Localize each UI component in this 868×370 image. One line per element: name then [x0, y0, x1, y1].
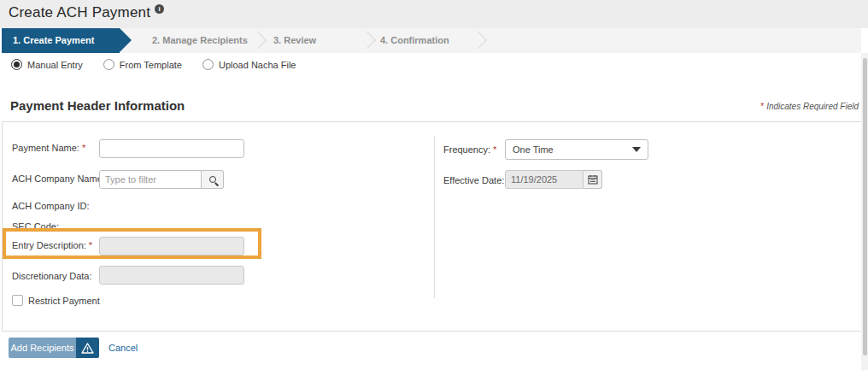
ach-company-id-label: ACH Company ID: [12, 201, 89, 211]
calendar-icon [588, 174, 598, 185]
step-confirmation[interactable]: 4. Confirmation [380, 28, 449, 53]
radio-upload-nacha[interactable]: Upload Nacha File [202, 59, 296, 70]
radio-upload-nacha-label: Upload Nacha File [219, 60, 296, 70]
wizard-stepper: 1. Create Payment 2. Manage Recipients 3… [2, 28, 861, 53]
payment-header-panel: Payment Name:* ACH Company Name:* ACH Co… [2, 121, 862, 332]
step-create-payment-label: 1. Create Payment [13, 35, 94, 45]
payment-name-label-text: Payment Name: [12, 143, 79, 153]
chevron-down-icon [632, 147, 641, 152]
chevron-right-icon [470, 32, 487, 49]
entry-description-label: Entry Description:* [12, 240, 92, 250]
search-icon [209, 176, 216, 183]
restrict-payment-checkbox[interactable] [12, 295, 23, 306]
required-field-note: *Indicates Required Field [760, 102, 859, 111]
entry-description-label-text: Entry Description: [12, 240, 86, 250]
vertical-scrollbar[interactable] [861, 53, 868, 370]
ach-company-name-input[interactable] [99, 170, 202, 189]
step-review[interactable]: 3. Review [273, 28, 316, 53]
radio-manual-entry[interactable]: Manual Entry [11, 59, 83, 70]
ach-company-name-label-text: ACH Company Name: [12, 173, 105, 184]
column-divider [434, 136, 435, 298]
radio-from-template[interactable]: From Template [103, 59, 182, 70]
step-manage-recipients[interactable]: 2. Manage Recipients [152, 28, 248, 53]
add-recipients-button[interactable]: Add Recipients [9, 338, 76, 358]
frequency-select[interactable]: One Time [505, 139, 648, 160]
page-title-text: Create ACH Payment [9, 4, 150, 21]
frequency-required-asterisk: * [493, 144, 496, 155]
scrollbar-thumb[interactable] [863, 58, 867, 355]
entry-description-required-asterisk: * [89, 240, 92, 250]
effective-date-input[interactable] [505, 170, 584, 189]
warning-icon [81, 343, 94, 354]
ach-company-name-group [99, 170, 224, 189]
info-icon[interactable]: i [155, 4, 164, 14]
step-create-payment[interactable]: 1. Create Payment [2, 28, 120, 53]
effective-date-group [505, 170, 602, 189]
calendar-button[interactable] [584, 170, 602, 189]
chevron-right-icon [359, 32, 376, 49]
restrict-payment-label: Restrict Payment [28, 296, 100, 306]
effective-date-label-text: Effective Date: [443, 175, 504, 185]
add-recipients-warning-button[interactable] [76, 338, 99, 358]
frequency-selected-value: One Time [513, 144, 554, 155]
radio-unselected-icon [103, 59, 114, 70]
cancel-link[interactable]: Cancel [108, 343, 138, 353]
section-title: Payment Header Information [10, 98, 185, 113]
payment-name-label: Payment Name:* [12, 143, 85, 153]
required-note-text: Indicates Required Field [766, 102, 859, 111]
radio-unselected-icon [202, 59, 214, 70]
frequency-label-text: Frequency: [443, 144, 490, 155]
discretionary-data-label: Discretionary Data: [12, 271, 92, 281]
discretionary-data-input[interactable] [99, 266, 244, 285]
radio-manual-entry-label: Manual Entry [27, 60, 83, 70]
entry-description-input[interactable] [99, 237, 244, 255]
entry-mode-radio-group: Manual Entry From Template Upload Nacha … [11, 59, 296, 70]
search-button[interactable] [202, 170, 224, 189]
sec-code-label: SEC Code: [12, 221, 59, 232]
payment-name-input[interactable] [99, 139, 244, 158]
effective-date-label: Effective Date:* [443, 175, 511, 185]
radio-from-template-label: From Template [120, 60, 182, 70]
frequency-label: Frequency:* [443, 144, 496, 155]
page-title: Create ACH Paymenti [9, 4, 164, 21]
ach-company-name-label: ACH Company Name:* [12, 173, 111, 184]
chevron-right-icon [249, 32, 267, 49]
radio-selected-icon [11, 59, 22, 70]
payment-name-required-asterisk: * [82, 143, 85, 153]
required-asterisk: * [760, 102, 764, 111]
